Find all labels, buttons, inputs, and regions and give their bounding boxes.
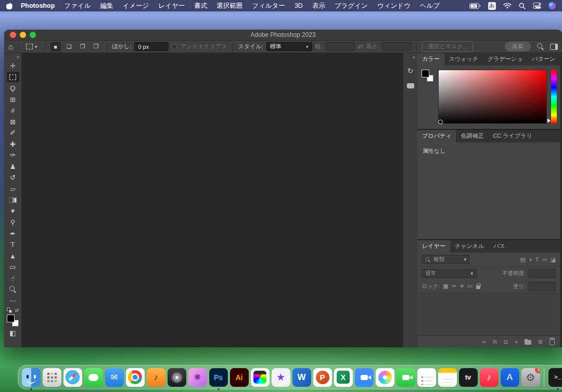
canvas-area[interactable] [22, 53, 403, 347]
tab-paths[interactable]: パス [489, 240, 510, 253]
dock-item-affinity-photo[interactable]: ❋ [188, 367, 207, 388]
dock-item-terminal[interactable]: >_ [548, 367, 562, 388]
comments-panel-icon[interactable] [407, 83, 414, 88]
dock-item-facetime[interactable] [396, 367, 415, 388]
close-window-button[interactable] [10, 32, 16, 38]
height-input[interactable] [382, 42, 411, 51]
hue-slider-marker[interactable] [547, 119, 553, 123]
tab-cc-libraries[interactable]: CC ライブラリ [488, 130, 537, 142]
blend-mode-dropdown[interactable]: 通常 ▾ [422, 269, 477, 278]
history-panel-icon[interactable]: ↻ [407, 67, 414, 75]
path-selection-tool[interactable]: ▲ [7, 251, 19, 261]
tab-adjustments[interactable]: 色調補正 [456, 130, 488, 142]
foreground-color-swatch[interactable] [7, 315, 15, 322]
hand-tool[interactable]: ☝ [7, 273, 19, 283]
dock-item-disk-app[interactable] [167, 367, 186, 388]
dock-item-app-store[interactable]: A [500, 367, 519, 388]
type-tool[interactable]: T [7, 240, 19, 250]
zoom-window-button[interactable] [30, 32, 36, 38]
lasso-tool[interactable]: Ϙ [7, 83, 19, 94]
delete-layer-icon[interactable] [550, 339, 555, 345]
dock-item-imovie[interactable]: ★ [271, 367, 290, 388]
swap-dimensions-icon[interactable]: ⇄ [358, 43, 363, 50]
filter-smart-objects-icon[interactable]: ◪ [551, 256, 556, 263]
menu-item-image[interactable]: イメージ [118, 2, 154, 10]
minimize-window-button[interactable] [20, 32, 26, 38]
share-button[interactable]: 共有 [505, 42, 531, 51]
tab-properties[interactable]: プロパティ [417, 130, 456, 142]
link-layers-icon[interactable]: ∞ [482, 338, 486, 345]
tab-color[interactable]: カラー [417, 53, 444, 66]
siri-icon[interactable] [548, 2, 556, 9]
hue-slider[interactable] [551, 70, 557, 124]
lock-all-icon[interactable] [476, 285, 480, 289]
search-icon[interactable] [537, 43, 544, 50]
opacity-input[interactable] [529, 269, 556, 278]
menu-item-plugins[interactable]: プラグイン [330, 2, 373, 10]
window-title-bar[interactable]: Adobe Photoshop 2023 [4, 30, 562, 41]
adjustment-layer-icon[interactable]: ◑ [514, 338, 518, 345]
style-dropdown[interactable]: 標準 ▾ [266, 42, 312, 51]
foreground-background-swatches[interactable] [7, 315, 19, 327]
shape-tool[interactable]: ▭ [7, 262, 19, 272]
add-to-selection-button[interactable]: ❏ [64, 42, 74, 51]
menu-item-file[interactable]: ファイル [59, 2, 95, 10]
dock-item-photoshop[interactable]: Ps [209, 367, 228, 388]
object-selection-tool[interactable]: ⊞ [7, 94, 19, 104]
dock-item-finder[interactable] [21, 367, 41, 388]
move-tool[interactable]: ✛ [7, 61, 19, 71]
antialias-checkbox[interactable] [172, 44, 177, 49]
pen-tool[interactable]: ✒ [7, 228, 19, 239]
new-layer-icon[interactable]: ⊞ [538, 338, 543, 345]
dock-item-reminders[interactable] [417, 367, 436, 388]
width-input[interactable] [326, 42, 355, 51]
menu-item-window[interactable]: ウィンドウ [373, 2, 415, 10]
dock-item-powerpoint[interactable]: P [313, 367, 332, 388]
menu-item-3d[interactable]: 3D [290, 2, 308, 9]
menu-item-type[interactable]: 書式 [189, 2, 212, 10]
menu-item-photoshop[interactable]: Photoshop [16, 2, 59, 9]
dock-item-photos[interactable] [375, 367, 394, 388]
tool-preset-picker[interactable]: ▾ [24, 43, 40, 50]
dock-item-garageband[interactable]: ♪ [146, 367, 165, 388]
new-selection-button[interactable]: ■ [50, 42, 61, 51]
eyedropper-tool[interactable]: ✐ [7, 128, 19, 138]
spotlight-search-icon[interactable] [519, 3, 526, 9]
blur-tool[interactable]: ♠ [7, 206, 19, 216]
lock-artboard-icon[interactable]: ▭ [467, 283, 472, 290]
panel-color-swatches[interactable] [422, 70, 434, 82]
menu-item-help[interactable]: ヘルプ [415, 2, 444, 10]
dock-item-word[interactable]: W [292, 367, 311, 388]
layers-list[interactable] [417, 293, 560, 335]
menu-item-layer[interactable]: レイヤー [154, 2, 189, 10]
filter-type-layers-icon[interactable]: T [535, 256, 539, 263]
layer-mask-icon[interactable]: ◘ [504, 338, 507, 345]
dock-item-launchpad[interactable] [42, 367, 61, 388]
dock-item-zoom[interactable] [354, 367, 374, 388]
dock-item-settings[interactable]: ⚙1 [521, 367, 540, 388]
lock-transparency-icon[interactable]: ▦ [443, 283, 448, 290]
color-field-marker[interactable] [438, 120, 443, 124]
layer-style-icon[interactable]: fx [493, 338, 497, 345]
dock-item-mail[interactable]: ✉ [105, 367, 124, 388]
saturation-brightness-field[interactable] [438, 70, 547, 124]
select-and-mask-button[interactable]: 選択とマスク... [422, 41, 473, 52]
zoom-tool[interactable] [7, 284, 19, 295]
brush-tool[interactable]: ✑ [7, 150, 19, 161]
intersect-selection-button[interactable]: ❒ [91, 42, 101, 51]
new-group-icon[interactable] [525, 340, 531, 345]
dock-item-excel[interactable]: X [334, 367, 353, 388]
workspace-switcher-icon[interactable] [550, 44, 558, 50]
gradient-tool[interactable] [7, 195, 19, 205]
healing-brush-tool[interactable]: ✚ [7, 139, 19, 149]
dock-item-chrome[interactable] [125, 367, 145, 388]
dock-item-messages[interactable] [84, 367, 103, 388]
clone-stamp-tool[interactable]: ♟ [7, 161, 19, 172]
battery-icon[interactable] [469, 3, 481, 9]
filter-pixel-layers-icon[interactable]: ▤ [520, 256, 525, 263]
tab-channels[interactable]: チャンネル [450, 240, 489, 253]
foreground-color-swatch[interactable] [422, 70, 429, 77]
filter-shape-layers-icon[interactable]: ▭ [542, 256, 547, 263]
menu-item-edit[interactable]: 編集 [95, 2, 118, 10]
default-colors-icon[interactable] [7, 308, 12, 313]
